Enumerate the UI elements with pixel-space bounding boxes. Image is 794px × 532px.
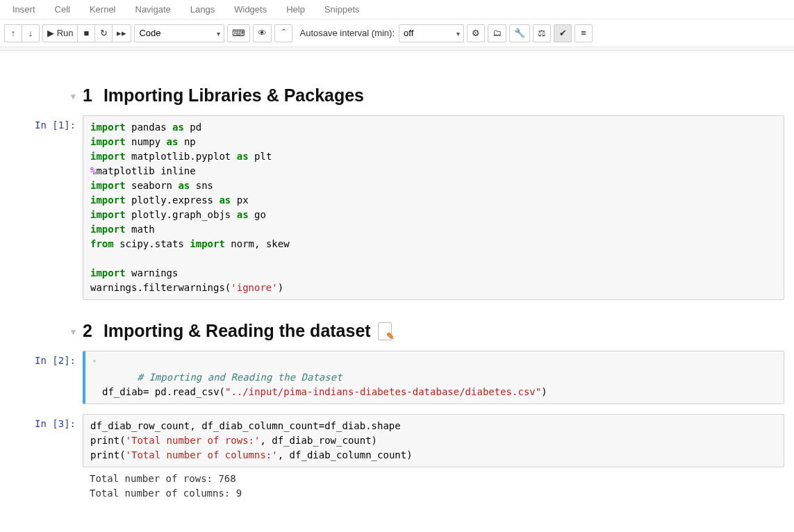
section-heading-2: ▼ 2 Importing & Reading the dataset: [10, 321, 784, 341]
document-edit-icon: [378, 322, 393, 340]
menu-widgets[interactable]: Widgets: [224, 1, 276, 17]
heading-number: 2: [83, 321, 92, 341]
spellcheck-button[interactable]: ✔: [554, 24, 572, 42]
menu-navigate[interactable]: Navigate: [126, 1, 181, 17]
prompt: In [1]:: [10, 115, 83, 300]
autosave-select[interactable]: off: [399, 24, 464, 42]
code-input[interactable]: import pandas as pd import numpy as np i…: [83, 115, 784, 300]
heading-title: Importing Libraries & Packages: [104, 85, 364, 106]
menu-cell[interactable]: Cell: [45, 1, 80, 17]
code-input[interactable]: df_diab_row_count, df_diab_column_count=…: [83, 414, 784, 467]
list-icon: ≡: [581, 28, 586, 38]
preview-button[interactable]: 👁: [253, 24, 272, 42]
wrench-icon: 🔧: [514, 28, 525, 38]
collapse-icon[interactable]: ▼: [71, 326, 76, 337]
cell-output: Total number of rows: 768 Total number o…: [83, 467, 784, 505]
command-palette-button[interactable]: ⌨: [227, 24, 250, 42]
chevron-up-icon: ˆ: [282, 28, 285, 38]
restart-icon: ↻: [100, 28, 108, 38]
spellcheck-icon: ✔: [559, 28, 567, 38]
play-icon: ▶: [47, 28, 54, 38]
judge-button[interactable]: ⚖: [533, 24, 551, 42]
eye-icon: 👁: [258, 28, 267, 38]
heading-title: Importing & Reading the dataset: [104, 321, 371, 341]
stop-button[interactable]: ■: [77, 24, 95, 42]
run-all-button[interactable]: ▸▸: [112, 24, 131, 42]
gavel-icon: ⚖: [538, 28, 546, 38]
fast-forward-icon: ▸▸: [117, 28, 126, 38]
menu-langs[interactable]: Langs: [181, 1, 224, 17]
collapse-icon[interactable]: ▼: [71, 90, 76, 101]
move-up-button[interactable]: ↑: [4, 24, 22, 42]
tools-button[interactable]: 🔧: [509, 24, 530, 42]
toolbar: ↑ ↓ ▶ Run ■ ↻ ▸▸ Code ⌨ 👁 ˆ Autosave int…: [0, 19, 794, 47]
notebook-container: ▼ 1 Importing Libraries & Packages In [1…: [0, 51, 794, 527]
run-label: Run: [57, 28, 74, 38]
menu-help[interactable]: Help: [276, 1, 315, 17]
run-button[interactable]: ▶ Run: [42, 24, 78, 42]
code-cell[interactable]: In [1]: import pandas as pd import numpy…: [10, 115, 784, 300]
move-down-button[interactable]: ↓: [22, 24, 40, 42]
code-cell[interactable]: In [3]: df_diab_row_count, df_diab_colum…: [10, 414, 784, 505]
restart-button[interactable]: ↻: [94, 24, 113, 42]
variable-inspector-button[interactable]: 🗂: [488, 24, 506, 42]
keyboard-icon: ⌨: [232, 28, 245, 38]
code-fold-icon[interactable]: ▾: [92, 356, 97, 366]
menubar: Insert Cell Kernel Navigate Langs Widget…: [0, 0, 794, 19]
gear-icon: ⚙: [472, 28, 480, 38]
stop-icon: ■: [84, 28, 90, 38]
code-input[interactable]: ▾# Importing and Reading the Dataset df_…: [83, 351, 784, 404]
prompt: In [2]:: [10, 351, 83, 404]
menu-snippets[interactable]: Snippets: [315, 1, 370, 17]
arrow-down-icon: ↓: [28, 28, 33, 38]
menu-insert[interactable]: Insert: [3, 1, 45, 17]
arrow-up-icon: ↑: [11, 28, 16, 38]
menu-kernel[interactable]: Kernel: [80, 1, 126, 17]
heading-number: 1: [83, 85, 92, 106]
settings-button[interactable]: ⚙: [467, 24, 485, 42]
cell-type-select[interactable]: Code: [134, 24, 224, 42]
prompt: In [3]:: [10, 414, 83, 505]
inspector-icon: 🗂: [493, 28, 502, 38]
collapse-button[interactable]: ˆ: [274, 24, 292, 42]
list-button[interactable]: ≡: [574, 24, 593, 42]
section-heading-1: ▼ 1 Importing Libraries & Packages: [10, 85, 784, 106]
code-cell[interactable]: In [2]: ▾# Importing and Reading the Dat…: [10, 351, 784, 404]
autosave-label: Autosave interval (min):: [295, 28, 396, 38]
